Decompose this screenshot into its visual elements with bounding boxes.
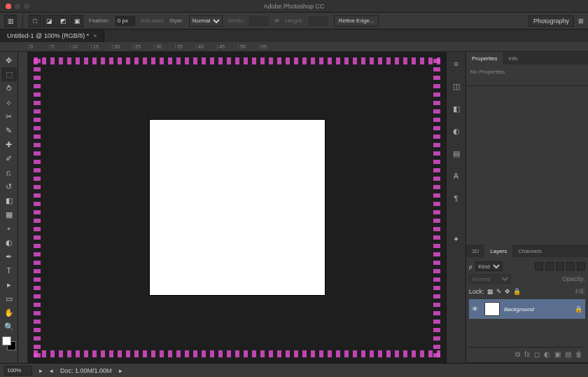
feather-label: Feather:: [89, 18, 110, 24]
layer-name[interactable]: Background: [504, 306, 534, 313]
history-panel-icon[interactable]: ≡: [450, 57, 463, 70]
status-icon[interactable]: ▸: [39, 367, 43, 374]
search-icon[interactable]: ⊞: [578, 18, 584, 25]
decorative-border: [433, 57, 440, 357]
lock-all-icon[interactable]: 🔒: [513, 288, 521, 295]
close-tab-icon[interactable]: ×: [93, 32, 97, 39]
eraser-tool-icon[interactable]: ◧: [1, 193, 17, 207]
adjustments-panel-icon[interactable]: ◐: [450, 125, 463, 137]
hand-tool-icon[interactable]: ✋: [1, 306, 17, 320]
close-window-button[interactable]: [6, 4, 11, 9]
tab-info[interactable]: Info: [503, 52, 523, 64]
canvas-area[interactable]: [28, 52, 446, 363]
shape-tool-icon[interactable]: ▭: [1, 292, 17, 306]
right-panels: Properties Info No Properties 3D Layers …: [465, 52, 588, 363]
histogram-panel-icon[interactable]: ◫: [450, 80, 463, 92]
chevron-right-icon[interactable]: ▸: [119, 367, 122, 374]
style-label: Style:: [169, 18, 183, 24]
minimize-window-button[interactable]: [15, 4, 20, 9]
gradient-tool-icon[interactable]: ▦: [1, 207, 17, 221]
layer-filter-kind[interactable]: Kind: [475, 261, 503, 271]
group-icon[interactable]: ▣: [554, 350, 561, 358]
filter-adjust-icon[interactable]: [545, 262, 554, 270]
refine-edge-button[interactable]: Refine Edge...: [334, 15, 379, 27]
lasso-tool-icon[interactable]: ⥁: [1, 81, 17, 95]
tab-3d[interactable]: 3D: [466, 245, 484, 257]
tab-channels[interactable]: Channels: [512, 245, 547, 257]
new-layer-icon[interactable]: ▤: [565, 350, 571, 358]
zoom-level[interactable]: 100%: [4, 366, 32, 376]
window-controls: [6, 4, 29, 9]
document-tab-title: Untitled-1 @ 100% (RGB/8) *: [7, 32, 89, 39]
eyedropper-tool-icon[interactable]: ✎: [1, 123, 17, 137]
selection-mode-group: □ ◪ ◩ ▣: [29, 15, 83, 27]
decorative-border: [34, 57, 440, 64]
height-label: Height:: [285, 18, 302, 24]
style-select[interactable]: Normal: [189, 15, 223, 27]
properties-body: No Properties: [466, 64, 588, 85]
fill-label: Fill:: [575, 288, 585, 295]
visibility-toggle-icon[interactable]: 👁: [472, 306, 480, 313]
quick-select-tool-icon[interactable]: ⟡: [1, 95, 17, 109]
layer-style-icon[interactable]: fx: [524, 350, 530, 358]
horizontal-ruler: 0 5 10 15 20 25 30 35 40 45 50 55: [0, 42, 588, 52]
filter-shape-icon[interactable]: [566, 262, 575, 270]
status-bar: 100% ▸ ◂ Doc: 1.00M/1.00M ▸: [0, 363, 588, 377]
antialias-label: Anti-alias: [141, 18, 164, 24]
lock-transparency-icon[interactable]: ▦: [487, 288, 493, 295]
layer-mask-icon[interactable]: ◻: [534, 350, 540, 358]
lock-position-icon[interactable]: ✥: [505, 288, 510, 295]
feather-input[interactable]: [115, 16, 135, 26]
decorative-border: [34, 350, 440, 357]
color-swatch[interactable]: [2, 336, 16, 350]
decorative-border: [34, 57, 41, 357]
blend-mode-select[interactable]: Normal: [469, 274, 511, 284]
options-bar: ▥ □ ◪ ◩ ▣ Feather: Anti-alias Style: Nor…: [0, 13, 588, 29]
filter-type-icon[interactable]: [556, 262, 564, 270]
paragraph-panel-icon[interactable]: ¶: [450, 192, 463, 205]
healing-tool-icon[interactable]: ✚: [1, 137, 17, 151]
lock-image-icon[interactable]: ✎: [496, 288, 502, 295]
pen-tool-icon[interactable]: ✒: [1, 249, 17, 263]
add-selection-icon[interactable]: ◪: [43, 15, 55, 27]
maximize-window-button[interactable]: [24, 4, 29, 9]
marquee-tool-icon[interactable]: ⬚: [1, 67, 17, 81]
tab-layers[interactable]: Layers: [484, 245, 512, 257]
crop-tool-icon[interactable]: ✂: [1, 109, 17, 123]
ps-home-icon[interactable]: ▥: [4, 15, 17, 27]
filter-pixel-icon[interactable]: [535, 262, 543, 270]
zoom-tool-icon[interactable]: 🔍: [1, 320, 17, 334]
collapsed-panel-dock: ≡ ◫ ◧ ◐ ▤ A ¶ ✦: [446, 52, 465, 363]
canvas[interactable]: [150, 120, 325, 295]
workspace-switcher[interactable]: Photography: [528, 15, 574, 27]
document-tab[interactable]: Untitled-1 @ 100% (RGB/8) * ×: [0, 29, 104, 42]
tab-properties[interactable]: Properties: [466, 52, 503, 64]
layer-thumbnail[interactable]: [484, 302, 500, 316]
history-brush-tool-icon[interactable]: ↺: [1, 179, 17, 193]
doc-info[interactable]: Doc: 1.00M/1.00M: [60, 367, 112, 374]
layers-footer: ⧉ fx ◻ ◐ ▣ ▤ 🗑: [469, 347, 585, 359]
blur-tool-icon[interactable]: ∘: [1, 221, 17, 235]
intersect-selection-icon[interactable]: ▣: [71, 15, 83, 27]
path-select-tool-icon[interactable]: ▸: [1, 277, 17, 292]
adjustment-layer-icon[interactable]: ◐: [544, 350, 550, 358]
foreground-color-swatch[interactable]: [2, 336, 11, 345]
styles-panel-icon[interactable]: ✦: [450, 233, 463, 245]
dodge-tool-icon[interactable]: ◐: [1, 235, 17, 249]
stamp-tool-icon[interactable]: ⎌: [1, 165, 17, 179]
height-input: [309, 16, 328, 26]
status-icon[interactable]: ◂: [50, 367, 53, 374]
layer-row[interactable]: 👁 Background 🔒: [469, 299, 585, 319]
delete-layer-icon[interactable]: 🗑: [575, 350, 582, 358]
color-panel-icon[interactable]: ◧: [450, 102, 463, 115]
character-panel-icon[interactable]: A: [450, 170, 463, 182]
filter-smart-icon[interactable]: [577, 262, 585, 270]
type-tool-icon[interactable]: T: [1, 263, 17, 277]
swatches-panel-icon[interactable]: ▤: [450, 147, 463, 160]
lock-label: Lock:: [469, 288, 484, 295]
new-selection-icon[interactable]: □: [29, 15, 41, 27]
link-layers-icon[interactable]: ⧉: [515, 350, 520, 359]
brush-tool-icon[interactable]: ✐: [1, 151, 17, 165]
subtract-selection-icon[interactable]: ◩: [57, 15, 69, 27]
move-tool-icon[interactable]: ✥: [1, 53, 17, 67]
